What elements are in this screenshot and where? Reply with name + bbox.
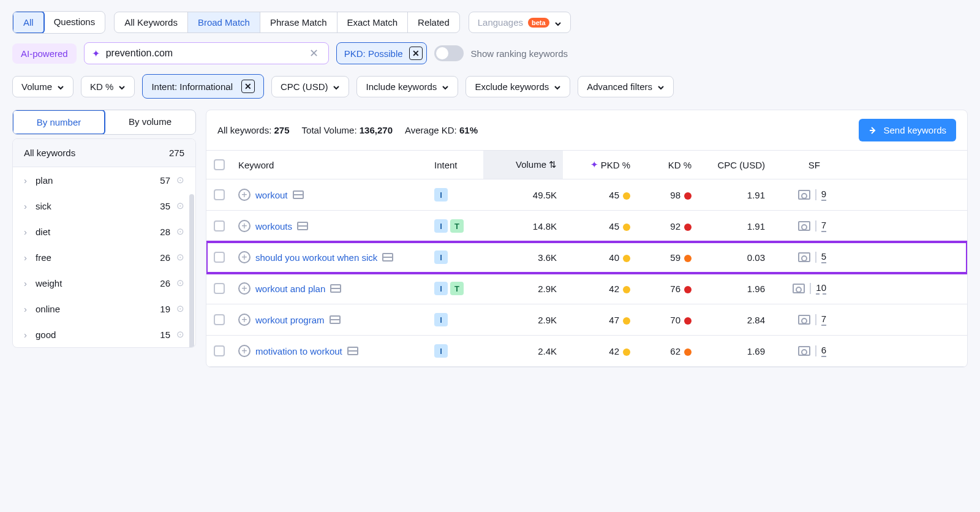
keyword-link[interactable]: motivation to workout bbox=[255, 346, 342, 356]
row-checkbox[interactable] bbox=[214, 283, 225, 294]
sidebar-item[interactable]: ›good15⊙ bbox=[13, 322, 195, 347]
sidebar-item[interactable]: ›online19⊙ bbox=[13, 296, 195, 322]
row-checkbox[interactable] bbox=[214, 314, 225, 325]
serp-features-icon[interactable] bbox=[798, 346, 810, 356]
col-kd[interactable]: KD % bbox=[636, 160, 698, 170]
sidebar-item[interactable]: ›sick35⊙ bbox=[13, 193, 195, 219]
sf-count[interactable]: 9 bbox=[821, 189, 826, 201]
select-all-checkbox[interactable] bbox=[214, 159, 225, 170]
sidebar-item[interactable]: ›weight26⊙ bbox=[13, 270, 195, 296]
add-keyword-icon[interactable]: + bbox=[238, 189, 251, 201]
serp-features-icon[interactable] bbox=[798, 190, 810, 200]
row-checkbox[interactable] bbox=[214, 189, 225, 200]
send-button-label: Send keywords bbox=[883, 125, 946, 135]
sf-count[interactable]: 10 bbox=[816, 282, 826, 295]
keyword-link[interactable]: workout bbox=[255, 190, 288, 200]
sf-count[interactable]: 7 bbox=[821, 314, 826, 326]
ranking-kw-toggle[interactable] bbox=[434, 45, 464, 61]
sf-cell: 6 bbox=[771, 345, 826, 357]
keyword-cell: +motivation to workout bbox=[238, 345, 434, 357]
cpc-value: 1.91 bbox=[698, 221, 771, 232]
col-sf[interactable]: SF bbox=[771, 160, 826, 170]
serp-features-icon[interactable] bbox=[798, 315, 810, 325]
add-keyword-icon[interactable]: + bbox=[238, 282, 251, 295]
toggle-knob bbox=[436, 47, 448, 59]
filter-cpc[interactable]: CPC (USD) bbox=[271, 76, 350, 97]
difficulty-dot bbox=[623, 286, 630, 293]
col-keyword[interactable]: Keyword bbox=[238, 160, 434, 170]
serp-icon[interactable] bbox=[297, 222, 308, 230]
pkd-value: 42 bbox=[563, 346, 636, 356]
keyword-link[interactable]: should you workout when sick bbox=[255, 252, 377, 263]
add-keyword-icon[interactable]: + bbox=[238, 345, 251, 357]
languages-dropdown[interactable]: Languages beta bbox=[469, 12, 571, 33]
tab-questions[interactable]: Questions bbox=[44, 12, 105, 33]
sidebar-item[interactable]: ›plan57⊙ bbox=[13, 167, 195, 193]
sf-count[interactable]: 7 bbox=[821, 220, 826, 232]
filter-intent[interactable]: Intent: Informational✕ bbox=[142, 74, 264, 99]
serp-features-icon[interactable] bbox=[798, 221, 810, 231]
clear-domain-icon[interactable]: ✕ bbox=[307, 47, 321, 60]
add-keyword-icon[interactable]: + bbox=[238, 314, 251, 326]
keyword-link[interactable]: workouts bbox=[255, 221, 292, 232]
filter-include[interactable]: Include keywords bbox=[356, 76, 458, 97]
ranking-kw-label: Show ranking keywords bbox=[471, 48, 568, 59]
sidebar-item[interactable]: ›free26⊙ bbox=[13, 244, 195, 270]
tab-phrase-match[interactable]: Phrase Match bbox=[260, 12, 337, 32]
close-icon[interactable]: ✕ bbox=[409, 47, 423, 60]
keyword-link[interactable]: workout and plan bbox=[255, 284, 325, 294]
filter-kd[interactable]: KD % bbox=[81, 76, 135, 97]
col-intent[interactable]: Intent bbox=[434, 160, 483, 170]
view-by-volume[interactable]: By volume bbox=[105, 110, 195, 134]
filter-advanced-label: Advanced filters bbox=[587, 81, 652, 92]
col-volume[interactable]: Volume⇅ bbox=[483, 151, 563, 179]
add-keyword-icon[interactable]: + bbox=[238, 251, 251, 263]
close-icon[interactable]: ✕ bbox=[241, 80, 255, 93]
add-keyword-icon[interactable]: + bbox=[238, 220, 251, 232]
eye-icon[interactable]: ⊙ bbox=[176, 252, 184, 263]
serp-icon[interactable] bbox=[382, 253, 393, 262]
tab-all-keywords[interactable]: All Keywords bbox=[115, 12, 188, 32]
table-row: +workoutsIT14.8K45921.917 bbox=[206, 211, 967, 242]
sf-count[interactable]: 6 bbox=[821, 345, 826, 357]
row-checkbox[interactable] bbox=[214, 220, 225, 232]
serp-features-icon[interactable] bbox=[793, 284, 805, 293]
sf-count[interactable]: 5 bbox=[821, 251, 826, 263]
serp-icon[interactable] bbox=[347, 347, 358, 355]
eye-icon[interactable]: ⊙ bbox=[176, 200, 184, 211]
scrollbar[interactable] bbox=[189, 194, 194, 348]
sidebar-item[interactable]: ›diet28⊙ bbox=[13, 219, 195, 244]
row-checkbox[interactable] bbox=[214, 345, 225, 356]
send-keywords-button[interactable]: Send keywords bbox=[859, 119, 956, 141]
tab-related[interactable]: Related bbox=[408, 12, 459, 32]
domain-input[interactable] bbox=[106, 48, 307, 59]
filter-advanced[interactable]: Advanced filters bbox=[578, 76, 674, 97]
row-checkbox[interactable] bbox=[214, 252, 225, 263]
eye-icon[interactable]: ⊙ bbox=[176, 226, 184, 237]
tab-all[interactable]: All bbox=[12, 11, 45, 34]
filter-volume[interactable]: Volume bbox=[12, 76, 74, 97]
tab-exact-match[interactable]: Exact Match bbox=[337, 12, 409, 32]
keyword-link[interactable]: workout program bbox=[255, 315, 325, 325]
serp-icon[interactable] bbox=[293, 190, 304, 199]
sf-cell: 5 bbox=[771, 251, 826, 263]
tab-broad-match[interactable]: Broad Match bbox=[188, 12, 260, 32]
pkd-chip-label: PKD: Possible bbox=[344, 48, 403, 59]
volume-value: 2.9K bbox=[483, 315, 563, 325]
view-by-number[interactable]: By number bbox=[12, 110, 105, 135]
filter-exclude[interactable]: Exclude keywords bbox=[466, 76, 570, 97]
serp-icon[interactable] bbox=[330, 284, 341, 293]
col-cpc[interactable]: CPC (USD) bbox=[698, 160, 771, 170]
col-pkd[interactable]: ✦PKD % bbox=[563, 159, 636, 170]
eye-icon[interactable]: ⊙ bbox=[176, 277, 184, 288]
intent-cell: I bbox=[434, 250, 483, 264]
table-row: +workout programI2.9K47702.847 bbox=[206, 304, 967, 336]
eye-icon[interactable]: ⊙ bbox=[176, 303, 184, 314]
eye-icon[interactable]: ⊙ bbox=[176, 175, 184, 186]
serp-features-icon[interactable] bbox=[798, 252, 810, 262]
pkd-chip[interactable]: PKD: Possible ✕ bbox=[336, 42, 427, 64]
serp-icon[interactable] bbox=[330, 315, 341, 324]
main-panel: All keywords: 275 Total Volume: 136,270 … bbox=[206, 110, 968, 367]
eye-icon[interactable]: ⊙ bbox=[176, 329, 184, 340]
kd-value: 92 bbox=[636, 221, 698, 232]
